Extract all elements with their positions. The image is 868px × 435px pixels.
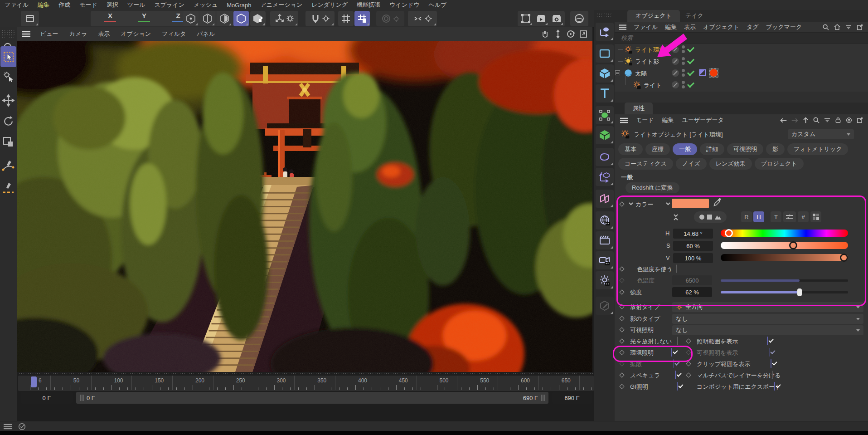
preset-dropdown[interactable]: カスタム bbox=[788, 129, 854, 139]
om-menu-view[interactable]: 表示 bbox=[680, 23, 699, 31]
material-tag-orange[interactable] bbox=[709, 68, 718, 78]
timeline-drag-handle[interactable] bbox=[18, 372, 594, 375]
snap-magnet-icon[interactable] bbox=[305, 11, 335, 26]
target-icon[interactable] bbox=[845, 117, 853, 124]
mograph-icon[interactable] bbox=[596, 190, 614, 208]
anim-dot[interactable] bbox=[619, 327, 624, 332]
v-value-field[interactable]: 100 % bbox=[673, 253, 713, 263]
menu-spline[interactable]: スプライン bbox=[150, 1, 189, 9]
simulation-globe-icon[interactable] bbox=[596, 211, 614, 230]
render-sphere-icon[interactable] bbox=[570, 11, 588, 26]
enabled-check-icon[interactable] bbox=[687, 68, 694, 76]
visibility-dots-icon[interactable] bbox=[682, 68, 685, 78]
scale-icon[interactable] bbox=[2, 136, 14, 148]
separate-multipass-checkbox[interactable] bbox=[772, 371, 773, 379]
light-icon[interactable] bbox=[596, 271, 614, 289]
object-row-light-env[interactable]: ライト環境 bbox=[615, 44, 868, 55]
object-row-sun[interactable]: 太陽 bbox=[615, 67, 868, 79]
use-color-temp-checkbox[interactable] bbox=[676, 264, 677, 273]
anim-dot[interactable] bbox=[619, 316, 624, 321]
om-menu-tags[interactable]: タグ bbox=[743, 23, 762, 31]
color-swatch[interactable] bbox=[672, 199, 709, 208]
volume-icon[interactable] bbox=[596, 148, 614, 166]
end-frame-field[interactable]: 690 F bbox=[552, 392, 592, 404]
tab-noise[interactable]: ノイズ bbox=[676, 158, 707, 170]
object-row-light-shadow[interactable]: ライト影 bbox=[615, 55, 868, 67]
tab-general[interactable]: 一般 bbox=[673, 143, 697, 155]
attr-menu-mode[interactable]: モード bbox=[632, 116, 658, 124]
viewport-menu-icon[interactable] bbox=[17, 31, 35, 37]
spline-sketch-icon[interactable] bbox=[2, 181, 15, 195]
enabled-check-icon[interactable] bbox=[687, 45, 694, 52]
render-region-icon[interactable] bbox=[519, 11, 533, 26]
mode-polygon-icon[interactable] bbox=[217, 11, 232, 26]
menu-tools[interactable]: ツール bbox=[123, 1, 150, 9]
swatches-icon[interactable] bbox=[810, 211, 821, 222]
mode-t-button[interactable]: T bbox=[771, 211, 781, 222]
attr-menu-edit[interactable]: 編集 bbox=[658, 116, 678, 124]
home-icon[interactable] bbox=[834, 24, 841, 31]
timeline-ruler[interactable]: 6 05010015020025030035040045050055060065… bbox=[18, 376, 594, 391]
saturation-slider[interactable] bbox=[721, 242, 848, 249]
live-selection-tool[interactable] bbox=[0, 46, 16, 67]
axis-gizmo-icon[interactable] bbox=[270, 11, 298, 26]
om-menu-bookmarks[interactable]: ブックマーク bbox=[762, 23, 806, 31]
visibility-dots-icon[interactable] bbox=[682, 80, 685, 89]
light-type-dropdown[interactable]: 全方向 bbox=[672, 302, 863, 312]
value-slider[interactable] bbox=[721, 254, 848, 261]
search-icon[interactable] bbox=[813, 117, 820, 124]
eyedropper-icon[interactable] bbox=[713, 198, 722, 207]
menu-icon[interactable] bbox=[0, 424, 12, 430]
popout-icon[interactable] bbox=[856, 117, 863, 124]
back-arrow-icon[interactable] bbox=[780, 117, 787, 124]
tab-project[interactable]: プロジェクト bbox=[755, 158, 804, 170]
visible-light-dropdown[interactable]: なし bbox=[672, 325, 863, 335]
current-frame-field[interactable]: 0 F bbox=[21, 392, 73, 404]
quantize-lock-icon[interactable] bbox=[354, 11, 370, 26]
popout-icon[interactable] bbox=[856, 24, 863, 31]
menu-help[interactable]: ヘルプ bbox=[424, 1, 451, 9]
range-handle-left[interactable] bbox=[80, 395, 84, 401]
object-row-light-child[interactable]: ライト bbox=[615, 79, 868, 91]
dolly-icon[interactable] bbox=[553, 29, 563, 39]
tab-takes[interactable]: テイク bbox=[677, 10, 712, 22]
vp-menu-view[interactable]: ビュー bbox=[35, 30, 64, 38]
spline-primitive-icon[interactable] bbox=[596, 44, 614, 63]
render-settings-icon[interactable] bbox=[549, 11, 564, 26]
mode-r-button[interactable]: R bbox=[741, 211, 752, 222]
show-illum-range-checkbox[interactable] bbox=[767, 337, 768, 345]
tab-caustics[interactable]: コースティクス bbox=[618, 158, 673, 170]
hue-slider[interactable] bbox=[721, 230, 848, 237]
menu-select[interactable]: 選択 bbox=[102, 1, 123, 9]
lock-icon[interactable] bbox=[834, 117, 842, 124]
menu-window[interactable]: ウインドウ bbox=[385, 1, 424, 9]
tab-photometric[interactable]: フォトメトリック bbox=[787, 143, 848, 155]
enable-toggle-icon[interactable] bbox=[672, 81, 679, 88]
menu-animation[interactable]: アニメーション bbox=[256, 1, 307, 9]
visibility-dots-icon[interactable] bbox=[682, 57, 685, 66]
search-icon[interactable] bbox=[822, 24, 829, 31]
vp-menu-panel[interactable]: パネル bbox=[191, 30, 220, 38]
mode-axis-icon[interactable] bbox=[250, 11, 266, 26]
om-menu-icon[interactable] bbox=[615, 24, 630, 30]
drag-handle[interactable] bbox=[1, 29, 15, 39]
menu-mesh[interactable]: メッシュ bbox=[189, 1, 222, 9]
anim-dot[interactable] bbox=[619, 201, 624, 206]
tab-details[interactable]: 詳細 bbox=[700, 143, 724, 155]
enabled-check-icon[interactable] bbox=[687, 57, 694, 64]
tab-basic[interactable]: 基本 bbox=[618, 143, 643, 155]
camera-icon[interactable] bbox=[596, 251, 614, 269]
om-menu-file[interactable]: ファイル bbox=[630, 23, 661, 31]
tab-lens[interactable]: レンズ効果 bbox=[709, 158, 752, 170]
chevron-down-icon[interactable] bbox=[665, 201, 671, 206]
tab-coord[interactable]: 座標 bbox=[645, 143, 670, 155]
vp-menu-options[interactable]: オプション bbox=[116, 30, 157, 38]
render-view-icon[interactable] bbox=[534, 11, 548, 26]
s-value-field[interactable]: 60 % bbox=[673, 241, 713, 251]
move-icon[interactable] bbox=[2, 94, 15, 107]
axis-y-lock[interactable]: Y bbox=[134, 12, 154, 25]
shadow-type-dropdown[interactable]: なし bbox=[672, 314, 863, 324]
symmetry-butterfly-icon[interactable] bbox=[408, 11, 437, 26]
mode-model-icon[interactable] bbox=[233, 11, 249, 26]
enable-toggle-icon[interactable] bbox=[672, 46, 679, 53]
